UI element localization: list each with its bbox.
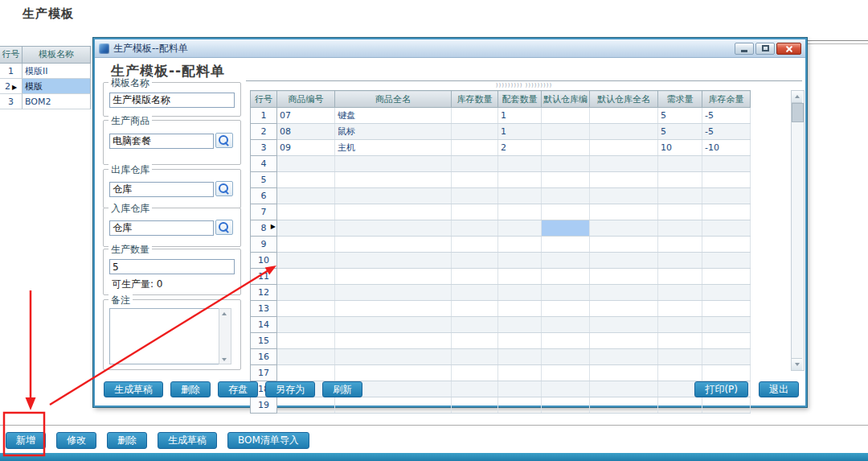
grid-row[interactable]: 17 [251,365,751,381]
dialog-delete-button[interactable]: 删除 [170,381,211,397]
grid-cell[interactable] [452,156,498,172]
grid-cell[interactable] [452,301,498,317]
grid-column-header[interactable]: 默认仓库全名 [590,91,658,108]
grid-row-number[interactable]: 13 [251,301,277,317]
grid-cell[interactable]: -10 [702,140,751,156]
grid-cell[interactable] [542,253,590,269]
exit-button[interactable]: 退出 [759,381,799,397]
grid-cell[interactable] [277,188,335,204]
grid-cell[interactable] [452,253,498,269]
grid-row-number[interactable]: 2 [251,124,277,140]
grid-cell[interactable] [590,237,658,253]
grid-cell[interactable] [498,381,542,397]
template-name-cell[interactable]: 模版 [23,79,91,94]
grid-cell[interactable] [590,381,658,397]
grid-cell[interactable] [277,220,335,237]
template-list-row[interactable]: 3 BOM2 [0,94,91,109]
column-header-row-number[interactable]: 行号 [0,47,23,63]
grid-row-number[interactable]: 8▶ [251,220,277,237]
grid-cell[interactable] [702,285,751,301]
grid-cell[interactable] [277,156,335,172]
grid-cell[interactable] [542,220,590,237]
grid-cell[interactable] [452,317,498,333]
row-number-cell[interactable]: 2▶ [0,79,23,94]
row-number-cell[interactable]: 1 [0,64,23,79]
grid-cell[interactable] [590,220,658,237]
grid-cell[interactable] [702,301,751,317]
delete-button[interactable]: 删除 [107,432,147,449]
grid-cell[interactable] [590,188,658,204]
grid-row[interactable]: 208鼠标15-5 [251,124,751,140]
grid-cell[interactable] [277,172,335,188]
grid-column-header[interactable]: 商品全名 [335,91,452,108]
print-button[interactable]: 打印(P) [694,381,748,397]
grid-cell[interactable] [277,269,335,285]
grid-cell[interactable] [702,204,751,220]
grid-cell[interactable] [658,156,702,172]
template-name-input[interactable] [109,93,235,108]
product-input[interactable] [109,134,214,149]
grid-cell[interactable] [335,333,452,349]
grid-cell[interactable] [590,108,658,124]
grid-cell[interactable] [590,285,658,301]
grid-cell[interactable] [542,349,590,365]
grid-row-number[interactable]: 4 [251,156,277,172]
grid-cell[interactable]: 1 [498,124,542,140]
grid-cell[interactable]: 5 [658,124,702,140]
grid-cell[interactable] [452,397,498,414]
grid-cell[interactable] [452,188,498,204]
grid-cell[interactable]: 主机 [335,140,452,156]
grid-row[interactable]: 10 [251,253,751,269]
add-button[interactable]: 新增 [6,432,46,449]
product-lookup-button[interactable] [215,133,233,148]
grid-cell[interactable] [658,188,702,204]
grid-cell[interactable] [335,156,452,172]
grid-row[interactable]: 19 [251,397,751,414]
grid-cell[interactable] [542,188,590,204]
grid-cell[interactable] [542,124,590,140]
grid-row[interactable]: 13 [251,301,751,317]
grid-cell[interactable] [658,349,702,365]
grid-cell[interactable] [590,269,658,285]
grid-cell[interactable] [702,269,751,285]
grid-cell[interactable] [498,204,542,220]
grid-row[interactable]: 6 [251,188,751,204]
grid-cell[interactable] [658,220,702,237]
grid-cell[interactable] [658,269,702,285]
grid-cell[interactable] [452,349,498,365]
grid-row-number[interactable]: 19 [251,397,277,414]
grid-column-header[interactable]: 配套数量 [498,91,542,108]
grid-cell[interactable] [452,381,498,397]
quantity-input[interactable] [109,259,235,274]
grid-cell[interactable] [542,172,590,188]
grid-cell[interactable] [542,365,590,381]
grid-cell[interactable] [590,253,658,269]
grid-row[interactable]: 309主机210-10 [251,140,751,156]
grid-cell[interactable] [542,140,590,156]
grid-row-number[interactable]: 11 [251,269,277,285]
grid-row-number[interactable]: 15 [251,333,277,349]
grid-cell[interactable]: 1 [498,108,542,124]
grid-cell[interactable] [335,172,452,188]
grid-cell[interactable] [658,333,702,349]
grid-cell[interactable]: 键盘 [335,108,452,124]
maximize-button[interactable] [755,43,775,55]
grid-cell[interactable] [590,333,658,349]
grid-cell[interactable] [590,124,658,140]
grid-cell[interactable] [335,269,452,285]
grid-cell[interactable] [277,317,335,333]
grid-row-number[interactable]: 14 [251,317,277,333]
template-name-cell[interactable]: BOM2 [23,94,91,109]
remark-textarea[interactable] [109,308,220,364]
grid-cell[interactable] [658,237,702,253]
grid-row-number[interactable]: 17 [251,365,277,381]
grid-cell[interactable] [335,285,452,301]
grid-cell[interactable] [702,317,751,333]
grid-cell[interactable] [335,253,452,269]
grid-row-number[interactable]: 5 [251,172,277,188]
grid-column-header[interactable]: 库存余量 [702,91,751,108]
grid-cell[interactable] [658,317,702,333]
grid-cell[interactable] [658,204,702,220]
template-list-row[interactable]: 2▶ 模版 [0,79,91,94]
grid-row[interactable]: 15 [251,333,751,349]
